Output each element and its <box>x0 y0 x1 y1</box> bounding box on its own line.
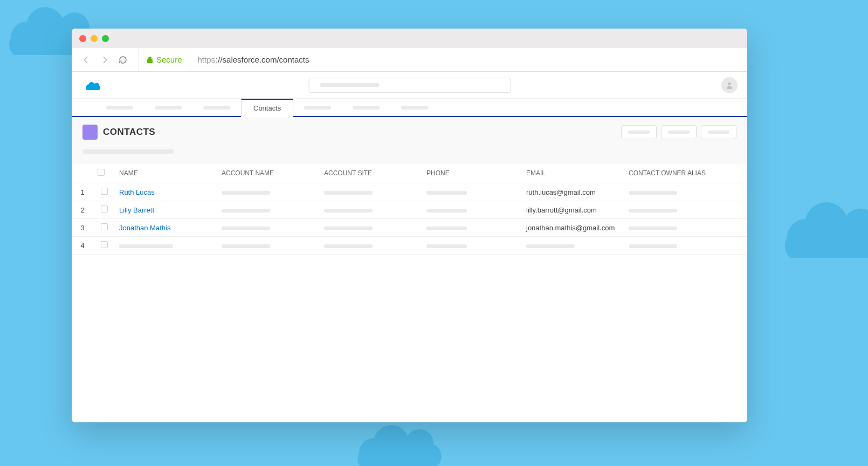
toolbar-action-button[interactable] <box>621 125 657 139</box>
table-row[interactable]: 3Jonathan Mathisjonathan.mathis@gmail.co… <box>72 219 747 237</box>
col-header-email[interactable]: EMAIL <box>522 163 624 183</box>
table-row[interactable]: 2Lilly Barrettlilly.barrott@gmail.com <box>72 201 747 219</box>
url-path: ://salesforce.com/contacts <box>216 55 309 64</box>
search-input[interactable] <box>308 78 511 93</box>
tab-placeholder[interactable] <box>192 99 241 116</box>
row-checkbox[interactable] <box>93 183 115 201</box>
col-header-phone[interactable]: PHONE <box>422 163 522 183</box>
placeholder <box>526 244 575 248</box>
search-placeholder <box>320 83 379 87</box>
placeholder <box>629 244 677 248</box>
row-number: 1 <box>72 183 93 201</box>
bg-cloud-icon <box>755 183 868 275</box>
table-row[interactable]: 1Ruth Lucasruth.lucas@gmail.com <box>72 183 747 201</box>
reload-icon[interactable] <box>118 55 128 65</box>
browser-window: Secure https ://salesforce.com/contacts … <box>72 29 747 422</box>
secure-indicator: Secure <box>139 48 190 71</box>
placeholder <box>324 191 373 195</box>
contact-name-link[interactable]: Lilly Barrett <box>119 206 154 214</box>
lock-icon <box>147 56 153 64</box>
placeholder <box>119 244 173 248</box>
url-field[interactable]: https ://salesforce.com/contacts <box>190 48 317 71</box>
window-titlebar <box>72 29 747 48</box>
col-header-account-name[interactable]: ACCOUNT NAME <box>217 163 320 183</box>
contact-name-link[interactable]: Jonathan Mathis <box>119 224 170 232</box>
row-checkbox[interactable] <box>93 219 115 237</box>
contact-email: lilly.barrott@gmail.com <box>526 206 597 214</box>
url-scheme: https <box>198 55 216 64</box>
page-title: CONTACTS <box>103 127 155 138</box>
placeholder <box>324 244 373 248</box>
window-close-button[interactable] <box>79 35 86 42</box>
page-toolbar: CONTACTS <box>72 117 747 163</box>
contact-email: jonathan.mathis@gmail.com <box>526 224 615 232</box>
contacts-table: NAME ACCOUNT NAME ACCOUNT SITE PHONE EMA… <box>72 163 747 255</box>
col-header-name[interactable]: NAME <box>115 163 217 183</box>
placeholder <box>222 209 270 213</box>
app-header <box>72 72 747 99</box>
tab-placeholder[interactable] <box>95 99 144 116</box>
tab-placeholder[interactable] <box>390 99 439 116</box>
placeholder <box>629 209 677 213</box>
tab-placeholder[interactable] <box>293 99 342 116</box>
placeholder <box>629 191 677 195</box>
toolbar-subtitle-placeholder <box>82 149 174 154</box>
col-header-account-site[interactable]: ACCOUNT SITE <box>320 163 422 183</box>
tabbar: Contacts <box>72 99 747 117</box>
placeholder <box>222 227 270 230</box>
back-icon[interactable] <box>81 55 91 65</box>
row-checkbox[interactable] <box>93 237 115 255</box>
row-number: 4 <box>72 237 93 255</box>
row-checkbox[interactable] <box>93 201 115 219</box>
select-all-checkbox[interactable] <box>93 163 115 183</box>
window-minimize-button[interactable] <box>91 35 98 42</box>
contact-email: ruth.lucas@gmail.com <box>526 188 596 196</box>
row-number: 3 <box>72 219 93 237</box>
user-icon <box>725 81 734 90</box>
forward-icon[interactable] <box>100 55 109 65</box>
placeholder <box>222 191 270 195</box>
table-row[interactable]: 4 <box>72 237 747 255</box>
salesforce-logo-icon[interactable] <box>81 79 101 92</box>
placeholder <box>426 191 467 195</box>
tab-label: Contacts <box>253 104 281 112</box>
placeholder <box>426 227 467 230</box>
tab-placeholder[interactable] <box>144 99 192 116</box>
placeholder <box>426 209 467 213</box>
toolbar-action-button[interactable] <box>661 125 697 139</box>
toolbar-action-button[interactable] <box>701 125 736 139</box>
contacts-icon <box>82 125 98 140</box>
placeholder <box>222 244 270 248</box>
placeholder <box>426 244 467 248</box>
placeholder <box>629 227 677 230</box>
window-maximize-button[interactable] <box>102 35 109 42</box>
secure-label: Secure <box>156 55 182 64</box>
contact-name-link[interactable]: Ruth Lucas <box>119 188 155 196</box>
placeholder <box>324 209 373 213</box>
tab-placeholder[interactable] <box>342 99 390 116</box>
tab-contacts[interactable]: Contacts <box>241 99 293 117</box>
col-header-owner[interactable]: CONTACT OWNER ALIAS <box>624 163 747 183</box>
avatar[interactable] <box>721 77 738 93</box>
placeholder <box>324 227 373 230</box>
browser-address-bar: Secure https ://salesforce.com/contacts <box>72 48 747 72</box>
row-number: 2 <box>72 201 93 219</box>
